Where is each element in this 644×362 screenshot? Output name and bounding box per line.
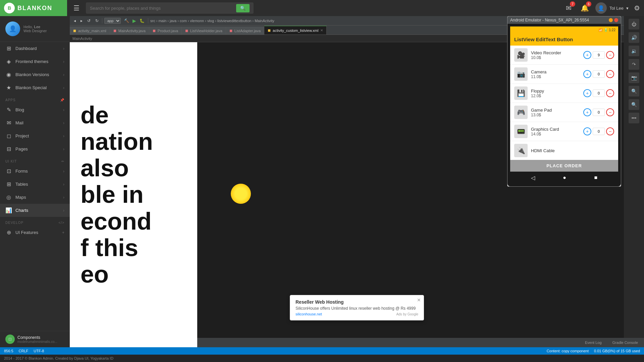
redo-btn[interactable]: ↻ — [94, 18, 100, 24]
footer-bar: 2014 - 2017 © Blankon Admin. Created by … — [0, 355, 644, 362]
zoom-out-btn[interactable]: 🔍 — [629, 99, 639, 110]
app-dropdown[interactable]: app — [104, 18, 121, 24]
profile-role: Web Designer — [23, 29, 47, 33]
forms-arrow: › — [63, 169, 64, 174]
build-btn[interactable]: 🔨 — [123, 18, 130, 24]
maps-arrow: › — [63, 195, 64, 200]
back-nav-btn[interactable]: ◁ — [531, 175, 535, 181]
tab-product-java[interactable]: ◼ Product.java — [149, 26, 182, 35]
zoom-in-btn[interactable]: 🔍 — [629, 86, 639, 97]
sidebar-item-label: Maps — [15, 195, 26, 200]
qty-input[interactable] — [593, 70, 605, 78]
debug-btn[interactable]: 🐛 — [138, 18, 146, 24]
product-name: HDMI Cable — [531, 148, 614, 153]
emulator-title: Android Emulator - Nexus_5X_API_26:5554 — [510, 18, 589, 22]
qty-input[interactable] — [593, 128, 605, 135]
volume-up-btn[interactable]: 🔊 — [629, 32, 639, 43]
sidebar-item-frontend[interactable]: ◈ Frontend themes › — [0, 55, 70, 68]
home-nav-btn[interactable]: ● — [563, 175, 566, 181]
sidebar-item-tables[interactable]: ⊞ Tables › — [0, 178, 70, 191]
bottom-tab-event-log[interactable]: Event Log — [582, 340, 605, 345]
bottom-tab-gradle-console[interactable]: Gradle Console — [609, 340, 641, 345]
sidebar-profile: 👤 Hello, Lee Web Designer — [0, 16, 70, 42]
notif-close-button[interactable]: ✕ — [417, 297, 421, 303]
notif-ads-label: Ads by Google — [396, 312, 418, 316]
tab-listviewholder-java[interactable]: ◼ ListViewHolder.java — [182, 26, 226, 35]
status-context: Content: copy component — [547, 349, 589, 353]
status-bar: 856:5 CRLF UTF-8 Content: copy component… — [0, 347, 644, 355]
sidebar-item-mail[interactable]: ✉ Mail › — [0, 116, 70, 129]
status-crlf: CRLF — [19, 349, 29, 353]
sidebar-item-forms[interactable]: ⊡ Forms › — [0, 165, 70, 178]
volume-down-btn[interactable]: 🔉 — [629, 46, 639, 56]
hamburger-button[interactable]: ☰ — [71, 3, 82, 13]
tab-mainactivity-java[interactable]: ◼ MainActivity.java — [110, 26, 149, 35]
qty-minus-btn[interactable]: − — [606, 108, 614, 116]
sidebar-item-blankon-versions[interactable]: ◉ Blankon Versions › — [0, 68, 70, 81]
sidebar-item-charts[interactable]: 📊 Charts › — [0, 204, 70, 217]
sidebar-item-dashboard[interactable]: ⊞ Dashboard › — [0, 42, 70, 55]
screenshot-btn[interactable]: 📷 — [629, 72, 639, 83]
maps-icon: ◎ — [5, 194, 12, 200]
frontend-icon: ◈ — [5, 58, 12, 65]
qty-plus-btn[interactable]: + — [583, 51, 591, 59]
undo-btn[interactable]: ↺ — [86, 18, 92, 24]
mail-icon: ✉ — [5, 120, 12, 126]
minimize-button[interactable] — [609, 18, 613, 22]
settings-icon[interactable]: ⚙ — [634, 4, 640, 12]
more-btn[interactable]: ••• — [629, 113, 639, 123]
sidebar-item-blog[interactable]: ✎ Blog › — [0, 103, 70, 116]
user-name: Tol Lee — [609, 6, 624, 11]
uikit-edit-icon[interactable]: ✏ — [61, 160, 64, 163]
sidebar-item-ui-features[interactable]: ⊕ UI Features + — [0, 226, 70, 239]
emulator-window-buttons — [609, 18, 618, 22]
qty-plus-btn[interactable]: + — [583, 89, 591, 97]
logo-letter: B — [8, 5, 11, 11]
qty-control: + − — [583, 127, 614, 135]
user-area[interactable]: 👤 Tol Lee ▾ — [595, 2, 629, 14]
run-btn[interactable]: ▶ — [132, 18, 136, 23]
product-price: 13.0$ — [531, 113, 580, 117]
profile-name: Lee — [34, 25, 40, 29]
mail-button[interactable]: ✉ 7 — [563, 3, 574, 13]
recent-nav-btn[interactable]: ■ — [594, 175, 598, 181]
qty-plus-btn[interactable]: + — [583, 127, 591, 135]
notif-source[interactable]: siliconhouse.net — [296, 312, 322, 316]
tab-label: ListViewHolder.java — [190, 29, 222, 33]
qty-input[interactable] — [593, 51, 605, 59]
qty-minus-btn[interactable]: − — [606, 51, 614, 59]
sidebar-item-maps[interactable]: ◎ Maps › — [0, 191, 70, 204]
tab-activity-custom-listview-xml[interactable]: ◼ activity_custom_listview.xml ✕ — [264, 26, 327, 35]
product-info: HDMI Cable — [531, 148, 614, 153]
qty-minus-btn[interactable]: − — [606, 127, 614, 135]
search-input[interactable] — [90, 6, 236, 11]
qty-input[interactable] — [593, 109, 605, 116]
search-button[interactable]: 🔍 — [236, 4, 250, 12]
product-icon-gamepad: 🎮 — [514, 106, 528, 119]
sidebar-item-project[interactable]: ◻ Project › — [0, 129, 70, 142]
qty-minus-btn[interactable]: − — [606, 89, 614, 97]
rotate-btn[interactable]: ↷ — [629, 59, 639, 70]
sidebar-item-blankon-special[interactable]: ★ Blankon Special › — [0, 81, 70, 94]
sidebar-item-label: UI Features — [15, 230, 38, 235]
place-order-button[interactable]: PLACE ORDER — [510, 160, 618, 172]
product-price: 14.0$ — [531, 132, 580, 136]
qty-input[interactable] — [593, 89, 605, 97]
back-btn[interactable]: ◂ — [72, 18, 77, 24]
phone-frame: 📶 🔋 1:22 ListView EditText Button 🎥 Vide… — [507, 24, 621, 186]
top-right-controls: ✉ 7 🔔 6 👤 Tol Lee ▾ ⚙ — [563, 2, 640, 14]
tab-listadapter-java[interactable]: ◼ ListAdapter.java — [226, 26, 264, 35]
emulator-title-bar: Android Emulator - Nexus_5X_API_26:5554 — [507, 16, 621, 24]
sidebar: 👤 Hello, Lee Web Designer ⊞ Dashboard › … — [0, 16, 70, 347]
power-btn[interactable]: ⏻ — [629, 19, 639, 29]
tab-close-icon[interactable]: ✕ — [320, 28, 323, 32]
qty-plus-btn[interactable]: + — [583, 108, 591, 116]
close-button[interactable] — [614, 18, 618, 22]
sidebar-item-pages[interactable]: ⊟ Pages › — [0, 142, 70, 156]
forward-btn[interactable]: ▸ — [79, 18, 84, 24]
notification-button[interactable]: 🔔 6 — [579, 3, 590, 13]
qty-plus-btn[interactable]: + — [583, 70, 591, 78]
qty-minus-btn[interactable]: − — [606, 70, 614, 78]
tab-activity-main-xml[interactable]: ◼ activity_main.xml — [70, 26, 110, 35]
status-encoding: UTF-8 — [34, 349, 44, 353]
